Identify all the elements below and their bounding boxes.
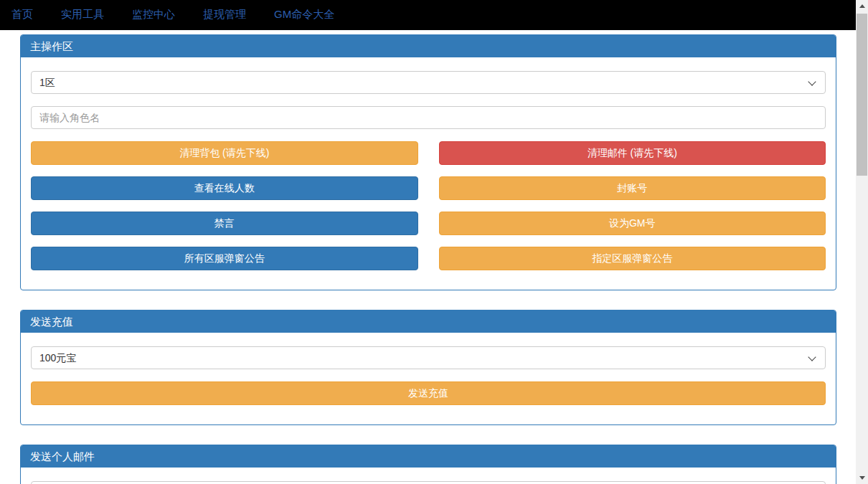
button-row-send-recharge: 发送充值 [31,381,826,405]
triangle-down-icon [859,476,865,480]
specified-servers-popup-announce-button[interactable]: 指定区服弹窗公告 [439,247,826,270]
button-row-3: 禁言 设为GM号 [31,212,826,235]
triangle-up-icon [859,4,865,8]
set-gm-button[interactable]: 设为GM号 [439,212,826,235]
scrollbar-thumb[interactable] [857,14,867,176]
recharge-amount-select[interactable]: 100元宝 [31,346,826,369]
page-viewport: 首页 实用工具 监控中心 提现管理 GM命令大全 主操作区 1区 清理背包 (请… [0,0,856,484]
clear-mail-button[interactable]: 清理邮件 (请先下线) [439,141,826,165]
nav-item-gm-commands[interactable]: GM命令大全 [263,0,345,30]
mute-button[interactable]: 禁言 [31,212,418,235]
button-row-2: 查看在线人数 封账号 [31,176,826,200]
nav-item-home[interactable]: 首页 [1,0,44,30]
scrollbar-up-arrow[interactable] [856,0,868,12]
panel-main-operations: 主操作区 1区 清理背包 (请先下线) 清理邮件 (请先下线) 查看在线人数 封… [20,34,836,290]
panel-personal-mail: 发送个人邮件 [20,445,836,484]
send-recharge-button[interactable]: 发送充值 [31,381,826,405]
server-select[interactable]: 1区 [31,71,826,94]
panel-send-recharge: 发送充值 100元宝 发送充值 [20,310,836,425]
role-name-input[interactable] [31,106,826,129]
vertical-scrollbar[interactable] [856,0,868,484]
panel-main-operations-body: 1区 清理背包 (请先下线) 清理邮件 (请先下线) 查看在线人数 封账号 禁言… [21,57,836,290]
button-row-1: 清理背包 (请先下线) 清理邮件 (请先下线) [31,141,826,165]
button-row-4: 所有区服弹窗公告 指定区服弹窗公告 [31,247,826,270]
recharge-amount-select-wrapper: 100元宝 [31,346,826,369]
view-online-count-button[interactable]: 查看在线人数 [31,176,418,200]
all-servers-popup-announce-button[interactable]: 所有区服弹窗公告 [31,247,418,270]
panel-main-operations-title: 主操作区 [21,35,836,57]
mail-field-partial-input[interactable] [31,481,826,484]
nav-item-withdraw-management[interactable]: 提现管理 [192,0,257,30]
panel-personal-mail-body [21,468,836,484]
panel-send-recharge-body: 100元宝 发送充值 [21,333,836,424]
top-navbar: 首页 实用工具 监控中心 提现管理 GM命令大全 [0,0,856,30]
ban-account-button[interactable]: 封账号 [439,176,826,200]
nav-item-monitor-center[interactable]: 监控中心 [121,0,186,30]
clear-backpack-button[interactable]: 清理背包 (请先下线) [31,141,418,165]
panel-send-recharge-title: 发送充值 [21,310,836,333]
server-select-wrapper: 1区 [31,71,826,94]
nav-item-utilities[interactable]: 实用工具 [50,0,115,30]
scrollbar-down-arrow[interactable] [856,472,868,484]
panel-personal-mail-title: 发送个人邮件 [21,445,836,468]
main-content: 主操作区 1区 清理背包 (请先下线) 清理邮件 (请先下线) 查看在线人数 封… [20,34,836,484]
